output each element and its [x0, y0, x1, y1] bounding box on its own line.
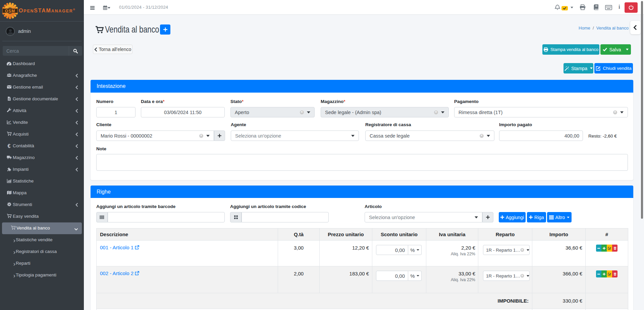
svg-text:OSM: OSM [5, 9, 15, 13]
